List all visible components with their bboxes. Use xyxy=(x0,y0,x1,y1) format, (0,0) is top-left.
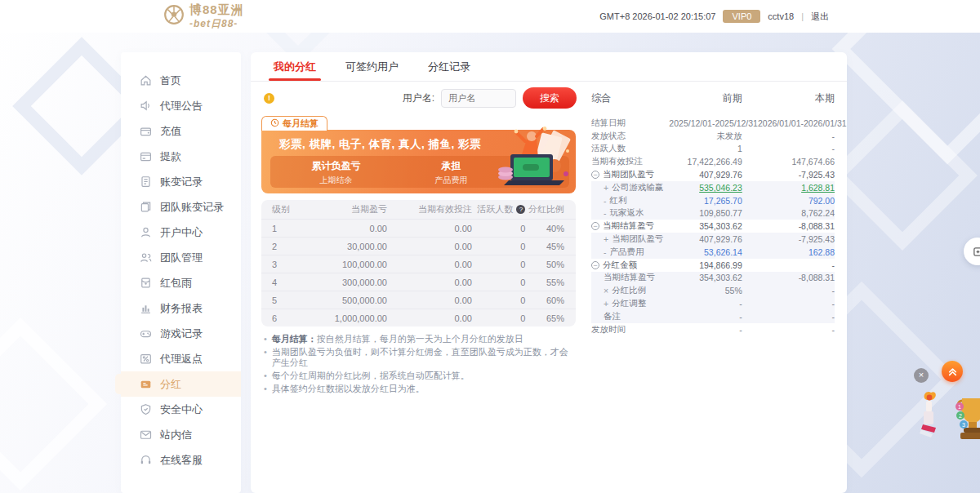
search-button[interactable]: 搜索 xyxy=(523,87,577,109)
sidebar-item-dividend[interactable]: 分红 xyxy=(121,371,241,397)
sidebar-item-label: 提款 xyxy=(160,149,181,164)
summary-prev-value: 407,929.76 xyxy=(669,234,742,244)
sidebar-item-agent-rebate[interactable]: 代理返点 xyxy=(121,346,241,371)
clock-time: GMT+8 2026-01-02 20:15:07 xyxy=(599,11,715,21)
summary-row: +分红调整-- xyxy=(591,297,835,310)
finance-report-icon xyxy=(140,302,152,314)
sidebar-item-red-packet[interactable]: 红包雨 xyxy=(121,270,241,295)
sidebar-item-announcement[interactable]: 代理公告 xyxy=(121,93,241,118)
tier-table-head: 级别当期盈亏当期有效投注活跃人数?分红比例 xyxy=(261,200,576,219)
sidebar-item-open-account[interactable]: 开户中心 xyxy=(121,220,241,245)
summary-prev-value: 17,422,266.49 xyxy=(669,157,742,167)
summary-col-overall: 综合 xyxy=(591,91,669,105)
sidebar-item-label: 充值 xyxy=(160,124,181,139)
sidebar-item-security[interactable]: 安全中心 xyxy=(121,397,241,422)
sidebar: 首页代理公告充值提款账变记录团队账变记录开户中心团队管理红包雨财务报表游戏记录代… xyxy=(121,52,241,493)
sidebar-item-label: 安全中心 xyxy=(160,402,203,417)
tier-table-row: 10.000.00040% xyxy=(261,219,576,237)
operator-sign: + xyxy=(604,299,608,309)
collapse-icon[interactable]: − xyxy=(591,261,599,269)
sidebar-item-home[interactable]: 首页 xyxy=(121,68,241,93)
collapse-icon[interactable]: − xyxy=(591,222,599,230)
floating-side-widget[interactable] xyxy=(964,238,980,265)
tier-cell: 2 xyxy=(261,242,305,251)
rule-note: •具体签约分红数据以发放分红日为准。 xyxy=(264,384,575,394)
tier-cell: 0.00 xyxy=(387,278,472,287)
username-input[interactable] xyxy=(441,89,516,108)
summary-panel: 综合 前期 本期 结算日期2025/12/01-2025/12/312026/0… xyxy=(577,82,847,397)
warning-icon[interactable]: ! xyxy=(264,93,274,104)
sidebar-item-team-manage[interactable]: 团队管理 xyxy=(121,245,241,270)
summary-row: +公司游戏输赢535,046.231,628.81 xyxy=(591,181,835,194)
sidebar-item-withdraw[interactable]: 提款 xyxy=(121,144,241,169)
rule-note: •每个分红周期的分红比例，据系统自动匹配计算。 xyxy=(264,371,575,381)
bullet: • xyxy=(264,384,267,394)
summary-prev-value: 17,265.70 xyxy=(669,196,742,206)
messages-icon xyxy=(140,429,152,441)
summary-prev-value: - xyxy=(669,325,742,335)
summary-curr-value: 147,674.66 xyxy=(742,157,835,167)
tier-col-header: 当期有效投注 xyxy=(387,203,472,215)
banner-col1-title: 累计负盈亏 xyxy=(270,159,402,173)
tab-0[interactable]: 我的分红 xyxy=(274,52,316,81)
summary-curr-value: 162.88 xyxy=(742,247,835,257)
summary-row: −当期团队盈亏407,929.76-7,925.43 xyxy=(591,168,835,181)
trophy-promo-image[interactable]: 1 2 3 xyxy=(954,395,980,446)
summary-prev-value: 354,303.62 xyxy=(669,273,742,282)
help-icon[interactable]: ? xyxy=(516,205,525,214)
tier-cell: 0 xyxy=(472,260,525,269)
soccer-ball-icon xyxy=(163,4,185,29)
sidebar-item-team-records[interactable]: 团队账变记录 xyxy=(121,194,241,220)
tier-cell: 0.00 xyxy=(387,224,472,233)
bullet: • xyxy=(264,334,267,344)
username[interactable]: cctv18 xyxy=(768,11,794,21)
summary-row: 发放状态未发放- xyxy=(591,130,835,143)
summary-label: 红利 xyxy=(610,195,627,207)
promo-character-image[interactable] xyxy=(911,390,942,444)
sidebar-item-game-records[interactable]: 游戏记录 xyxy=(121,321,241,346)
rule-note: •每月结算：按自然月结算，每月的第一天为上个月分红的发放日 xyxy=(264,334,575,344)
tier-cell: 30,000.00 xyxy=(305,242,387,251)
sidebar-item-service[interactable]: 在线客服 xyxy=(121,447,241,473)
summary-prev-value: 未发放 xyxy=(669,131,742,142)
tab-2[interactable]: 分红记录 xyxy=(428,52,470,81)
summary-prev-value: - xyxy=(669,312,742,322)
summary-row: 备注-- xyxy=(591,310,835,323)
sidebar-item-label: 首页 xyxy=(160,73,181,88)
tier-cell: 0.00 xyxy=(387,313,472,323)
tier-cell: 0.00 xyxy=(387,260,472,269)
dividend-detail-section: ! 用户名: 搜索 每月结算 彩票, 棋牌, 电子, 体育, 真人, 捕鱼 xyxy=(251,82,577,397)
sidebar-item-account-records[interactable]: 账变记录 xyxy=(121,169,241,194)
sidebar-item-messages[interactable]: 站内信 xyxy=(121,422,241,447)
tier-cell: 5 xyxy=(261,295,305,305)
tier-cell: 55% xyxy=(525,278,576,287)
summary-label: 当期团队盈亏 xyxy=(603,169,654,180)
tier-table-row: 4300,000.000.00055% xyxy=(261,273,576,291)
summary-row: 发放时间-- xyxy=(591,323,835,336)
red-packet-icon xyxy=(140,277,152,289)
collapse-icon[interactable]: − xyxy=(591,171,599,179)
sidebar-item-finance-report[interactable]: 财务报表 xyxy=(121,295,241,321)
sidebar-item-deposit[interactable]: 充值 xyxy=(121,118,241,144)
svg-text:2: 2 xyxy=(959,413,962,419)
tier-cell: 0.00 xyxy=(387,295,472,305)
summary-row: -产品费用53,626.14162.88 xyxy=(591,246,835,259)
tab-1[interactable]: 可签约用户 xyxy=(345,52,399,81)
bullet: • xyxy=(264,371,267,381)
logo-line1: 博88亚洲 xyxy=(189,2,244,18)
sidebar-item-label: 红包雨 xyxy=(160,276,192,291)
summary-label: 分红比例 xyxy=(612,285,646,296)
sidebar-menu: 首页代理公告充值提款账变记录团队账变记录开户中心团队管理红包雨财务报表游戏记录代… xyxy=(121,68,241,473)
tier-cell: 0 xyxy=(472,295,525,305)
tier-cell: 1,000,000.00 xyxy=(305,313,387,323)
sidebar-item-label: 代理公告 xyxy=(160,99,203,113)
logout-link[interactable]: 退出 xyxy=(811,11,829,23)
summary-prev-value[interactable]: 535,046.23 xyxy=(669,183,742,193)
tier-cell: 300,000.00 xyxy=(305,278,387,287)
summary-curr-value[interactable]: 1,628.81 xyxy=(742,183,835,193)
brand-logo[interactable]: 博88亚洲 -bet日88- xyxy=(163,2,244,31)
close-promo-button[interactable]: × xyxy=(914,368,929,383)
back-to-top-button[interactable] xyxy=(942,361,963,382)
vip-badge: VIP0 xyxy=(723,10,760,23)
operator-sign: - xyxy=(604,196,607,206)
